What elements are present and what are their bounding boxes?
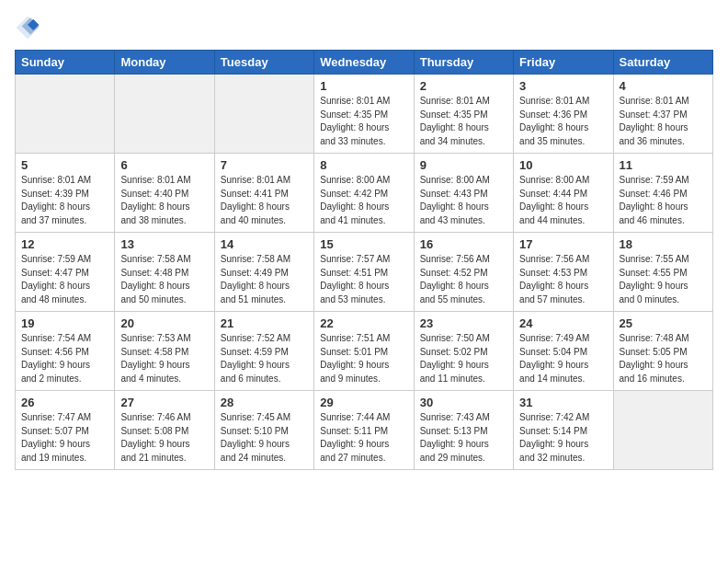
day-number: 19 <box>21 316 108 330</box>
logo <box>15 15 44 40</box>
day-number: 20 <box>120 316 208 330</box>
day-number: 7 <box>221 158 308 172</box>
day-info: Sunrise: 8:01 AM Sunset: 4:35 PM Dayligh… <box>320 95 407 148</box>
calendar-day-cell <box>613 391 712 470</box>
calendar-day-cell: 27Sunrise: 7:46 AM Sunset: 5:08 PM Dayli… <box>115 391 214 470</box>
calendar-day-cell: 1Sunrise: 8:01 AM Sunset: 4:35 PM Daylig… <box>314 75 414 154</box>
day-number: 24 <box>519 316 607 330</box>
day-info: Sunrise: 8:01 AM Sunset: 4:41 PM Dayligh… <box>221 174 308 227</box>
calendar-day-cell: 16Sunrise: 7:56 AM Sunset: 4:52 PM Dayli… <box>414 233 513 312</box>
day-info: Sunrise: 8:01 AM Sunset: 4:37 PM Dayligh… <box>620 95 707 148</box>
day-number: 3 <box>519 79 607 93</box>
day-number: 18 <box>620 237 707 251</box>
day-number: 11 <box>620 158 707 172</box>
calendar-day-cell: 18Sunrise: 7:55 AM Sunset: 4:55 PM Dayli… <box>613 233 712 312</box>
day-info: Sunrise: 8:00 AM Sunset: 4:44 PM Dayligh… <box>519 174 607 227</box>
calendar-day-cell: 8Sunrise: 8:00 AM Sunset: 4:42 PM Daylig… <box>314 154 414 233</box>
day-info: Sunrise: 7:48 AM Sunset: 5:05 PM Dayligh… <box>620 332 707 385</box>
day-number: 2 <box>420 79 507 93</box>
day-number: 22 <box>320 316 407 330</box>
weekday-header: Thursday <box>414 51 513 75</box>
day-number: 1 <box>320 79 407 93</box>
weekday-header: Friday <box>514 51 613 75</box>
calendar-day-cell: 22Sunrise: 7:51 AM Sunset: 5:01 PM Dayli… <box>314 312 414 391</box>
calendar-day-cell: 10Sunrise: 8:00 AM Sunset: 4:44 PM Dayli… <box>514 154 613 233</box>
day-number: 26 <box>21 396 108 409</box>
calendar-day-cell: 2Sunrise: 8:01 AM Sunset: 4:35 PM Daylig… <box>414 75 513 154</box>
calendar-day-cell: 28Sunrise: 7:45 AM Sunset: 5:10 PM Dayli… <box>214 391 313 470</box>
day-number: 29 <box>320 396 407 409</box>
calendar-day-cell: 13Sunrise: 7:58 AM Sunset: 4:48 PM Dayli… <box>115 233 214 312</box>
calendar-day-cell: 9Sunrise: 8:00 AM Sunset: 4:43 PM Daylig… <box>414 154 513 233</box>
day-info: Sunrise: 7:55 AM Sunset: 4:55 PM Dayligh… <box>620 253 707 306</box>
day-number: 30 <box>420 396 507 409</box>
day-number: 23 <box>420 316 507 330</box>
calendar-day-cell: 4Sunrise: 8:01 AM Sunset: 4:37 PM Daylig… <box>613 75 712 154</box>
calendar-day-cell: 6Sunrise: 8:01 AM Sunset: 4:40 PM Daylig… <box>115 154 214 233</box>
day-number: 6 <box>120 158 208 172</box>
day-info: Sunrise: 8:01 AM Sunset: 4:40 PM Dayligh… <box>120 174 208 227</box>
day-info: Sunrise: 7:54 AM Sunset: 4:56 PM Dayligh… <box>21 332 108 385</box>
calendar-week-row: 5Sunrise: 8:01 AM Sunset: 4:39 PM Daylig… <box>16 154 713 233</box>
calendar-day-cell: 26Sunrise: 7:47 AM Sunset: 5:07 PM Dayli… <box>16 391 115 470</box>
logo-icon <box>15 15 40 40</box>
day-number: 14 <box>221 237 308 251</box>
calendar-week-row: 19Sunrise: 7:54 AM Sunset: 4:56 PM Dayli… <box>16 312 713 391</box>
day-number: 13 <box>120 237 208 251</box>
day-info: Sunrise: 7:50 AM Sunset: 5:02 PM Dayligh… <box>420 332 507 385</box>
calendar-day-cell: 21Sunrise: 7:52 AM Sunset: 4:59 PM Dayli… <box>214 312 313 391</box>
day-number: 4 <box>620 79 707 93</box>
day-number: 5 <box>21 158 108 172</box>
calendar-day-cell <box>214 75 313 154</box>
calendar-day-cell: 23Sunrise: 7:50 AM Sunset: 5:02 PM Dayli… <box>414 312 513 391</box>
calendar-day-cell: 14Sunrise: 7:58 AM Sunset: 4:49 PM Dayli… <box>214 233 313 312</box>
day-info: Sunrise: 8:01 AM Sunset: 4:36 PM Dayligh… <box>519 95 607 148</box>
weekday-header: Monday <box>115 51 214 75</box>
calendar-day-cell: 11Sunrise: 7:59 AM Sunset: 4:46 PM Dayli… <box>613 154 712 233</box>
day-number: 16 <box>420 237 507 251</box>
calendar-day-cell <box>115 75 214 154</box>
calendar-day-cell: 12Sunrise: 7:59 AM Sunset: 4:47 PM Dayli… <box>16 233 115 312</box>
day-number: 9 <box>420 158 507 172</box>
day-number: 10 <box>519 158 607 172</box>
day-info: Sunrise: 8:01 AM Sunset: 4:35 PM Dayligh… <box>420 95 507 148</box>
day-info: Sunrise: 7:43 AM Sunset: 5:13 PM Dayligh… <box>420 411 507 465</box>
day-number: 21 <box>221 316 308 330</box>
day-info: Sunrise: 7:49 AM Sunset: 5:04 PM Dayligh… <box>519 332 607 385</box>
calendar-day-cell <box>16 75 115 154</box>
day-info: Sunrise: 7:57 AM Sunset: 4:51 PM Dayligh… <box>320 253 407 306</box>
day-info: Sunrise: 7:42 AM Sunset: 5:14 PM Dayligh… <box>519 411 607 465</box>
day-number: 31 <box>519 396 607 409</box>
weekday-header: Saturday <box>613 51 712 75</box>
day-number: 17 <box>519 237 607 251</box>
day-info: Sunrise: 7:46 AM Sunset: 5:08 PM Dayligh… <box>120 411 208 465</box>
day-info: Sunrise: 7:56 AM Sunset: 4:52 PM Dayligh… <box>420 253 507 306</box>
calendar-day-cell: 31Sunrise: 7:42 AM Sunset: 5:14 PM Dayli… <box>514 391 613 470</box>
weekday-header: Wednesday <box>314 51 414 75</box>
day-info: Sunrise: 7:52 AM Sunset: 4:59 PM Dayligh… <box>221 332 308 385</box>
day-info: Sunrise: 8:00 AM Sunset: 4:43 PM Dayligh… <box>420 174 507 227</box>
weekday-header: Sunday <box>16 51 115 75</box>
calendar-day-cell: 15Sunrise: 7:57 AM Sunset: 4:51 PM Dayli… <box>314 233 414 312</box>
calendar-day-cell: 24Sunrise: 7:49 AM Sunset: 5:04 PM Dayli… <box>514 312 613 391</box>
calendar-week-row: 12Sunrise: 7:59 AM Sunset: 4:47 PM Dayli… <box>16 233 713 312</box>
calendar-day-cell: 3Sunrise: 8:01 AM Sunset: 4:36 PM Daylig… <box>514 75 613 154</box>
day-info: Sunrise: 7:58 AM Sunset: 4:49 PM Dayligh… <box>221 253 308 306</box>
day-info: Sunrise: 7:56 AM Sunset: 4:53 PM Dayligh… <box>519 253 607 306</box>
day-info: Sunrise: 8:01 AM Sunset: 4:39 PM Dayligh… <box>21 174 108 227</box>
day-number: 27 <box>120 396 208 409</box>
day-info: Sunrise: 7:58 AM Sunset: 4:48 PM Dayligh… <box>120 253 208 306</box>
calendar-day-cell: 5Sunrise: 8:01 AM Sunset: 4:39 PM Daylig… <box>16 154 115 233</box>
day-number: 28 <box>221 396 308 409</box>
calendar-day-cell: 7Sunrise: 8:01 AM Sunset: 4:41 PM Daylig… <box>214 154 313 233</box>
day-info: Sunrise: 7:44 AM Sunset: 5:11 PM Dayligh… <box>320 411 407 465</box>
day-info: Sunrise: 8:00 AM Sunset: 4:42 PM Dayligh… <box>320 174 407 227</box>
calendar-day-cell: 29Sunrise: 7:44 AM Sunset: 5:11 PM Dayli… <box>314 391 414 470</box>
day-number: 25 <box>620 316 707 330</box>
page-header <box>15 15 713 40</box>
day-number: 15 <box>320 237 407 251</box>
day-info: Sunrise: 7:59 AM Sunset: 4:46 PM Dayligh… <box>620 174 707 227</box>
weekday-header: Tuesday <box>214 51 313 75</box>
calendar-header-row: SundayMondayTuesdayWednesdayThursdayFrid… <box>16 51 713 75</box>
calendar-day-cell: 25Sunrise: 7:48 AM Sunset: 5:05 PM Dayli… <box>613 312 712 391</box>
